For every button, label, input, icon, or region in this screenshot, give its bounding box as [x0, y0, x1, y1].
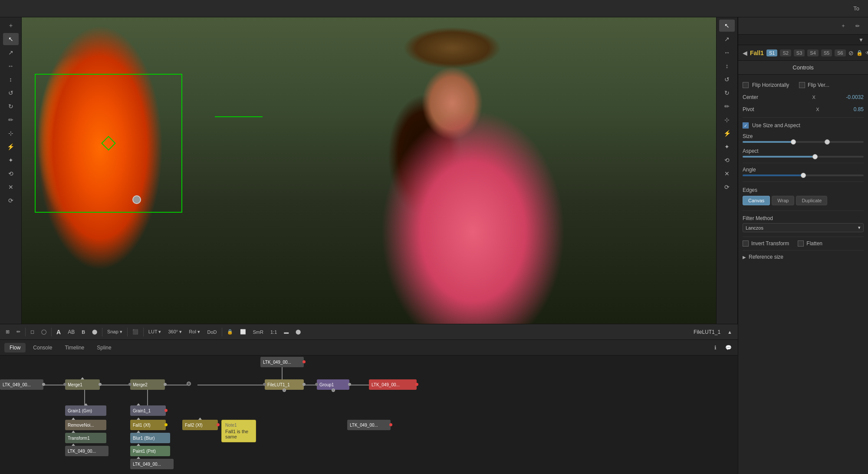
arrow-right-tool[interactable]: ↖	[719, 20, 735, 32]
select-right-tool[interactable]: ⊹	[719, 114, 735, 126]
color-swatch-button[interactable]: ⬤	[90, 328, 99, 336]
smr-button[interactable]: SmR	[251, 329, 266, 336]
text-a-view-button[interactable]: A	[54, 328, 63, 336]
node-grain1-1[interactable]: Grain1_1	[130, 405, 166, 416]
magic-tool-button[interactable]: ✦	[3, 154, 19, 166]
node-canvas[interactable]: LTK_049_00... Merge1 Merge2	[0, 356, 738, 474]
brush-tool-button[interactable]: ✏	[3, 114, 19, 126]
tab-spline[interactable]: Spline	[92, 343, 116, 352]
close-right-tool[interactable]: ✕	[719, 168, 735, 180]
note1[interactable]: Note1 Fall1 is the same	[221, 420, 256, 442]
edge-wrap-button[interactable]: Wrap	[772, 196, 794, 205]
rotate-right-tool[interactable]: ↺	[719, 73, 735, 86]
collapse-viewer-button[interactable]: ▲	[725, 329, 734, 336]
slot-s4[interactable]: S4	[807, 49, 818, 56]
slot-s6[interactable]: S6	[835, 49, 845, 56]
flip-horizontal-check[interactable]	[743, 82, 749, 88]
node-filelut1[interactable]: FileLUT1_1	[265, 379, 304, 390]
bold-view-button[interactable]: B	[79, 329, 87, 336]
aspect-slider-track[interactable]	[743, 156, 864, 158]
info-icon[interactable]: ℹ	[710, 342, 720, 353]
rp-lock-icon[interactable]: 🔒	[856, 50, 863, 56]
roi-button[interactable]: RoI ▾	[187, 328, 202, 336]
brush-view-button[interactable]: ✏	[14, 328, 23, 336]
aspect-slider-thumb[interactable]	[812, 154, 818, 159]
comment-icon[interactable]: 💬	[723, 342, 733, 353]
node-ltk-top-mid[interactable]: LTK_049_00...	[260, 357, 304, 367]
move-right-tool[interactable]: ↕	[719, 60, 735, 72]
node-ltk-in-left[interactable]: LTK_049_00...	[0, 379, 43, 390]
reset-right-tool[interactable]: ⟲	[719, 154, 735, 166]
pan-tool-button[interactable]: ↔	[3, 60, 19, 72]
brush-right-tool[interactable]: ✏	[719, 100, 735, 112]
histogram-button[interactable]: ▬	[282, 329, 291, 336]
node-ltk-right-mid[interactable]: LTK_049_00...	[347, 420, 391, 430]
node-merge2[interactable]: Merge2	[130, 379, 165, 390]
tab-flow[interactable]: Flow	[4, 343, 26, 352]
flatten-item[interactable]: Flatten	[798, 240, 822, 247]
select-tool-button[interactable]: ⊹	[3, 127, 19, 139]
cursor2-tool-button[interactable]: ↗	[3, 46, 19, 59]
frame-icon[interactable]: ⬜	[238, 328, 248, 336]
node-ltk-049-bot[interactable]: LTK_049_00...	[65, 446, 108, 456]
rotate2-tool-button[interactable]: ↻	[3, 100, 19, 112]
wand-tool-button[interactable]: ⚡	[3, 141, 19, 153]
node-paint1[interactable]: Paint1 (Pnt)	[130, 446, 170, 456]
size-slider-thumb2[interactable]	[825, 139, 830, 145]
fit-button[interactable]: ⬤	[293, 328, 303, 336]
flatten-check[interactable]	[798, 240, 804, 247]
rp-back-arrow[interactable]: ◀	[743, 47, 747, 59]
rect-view-button[interactable]: ◻	[28, 328, 36, 336]
wand-right-tool[interactable]: ⚡	[719, 127, 735, 139]
tab-console[interactable]: Console	[28, 343, 57, 352]
slot-s1[interactable]: S1	[766, 49, 777, 56]
flip-vertical-check[interactable]	[799, 82, 805, 88]
reset-tool-button[interactable]: ⟲	[3, 168, 19, 180]
node-merge1[interactable]: Merge1	[65, 379, 100, 390]
slot-s3[interactable]: S3	[794, 49, 805, 56]
node-group1[interactable]: Group1	[317, 379, 349, 390]
add-tool-button[interactable]: ＋	[3, 20, 19, 32]
loop-tool-button[interactable]: ⟳	[3, 194, 19, 207]
use-size-aspect-check[interactable]	[743, 122, 749, 128]
edge-duplicate-button[interactable]: Duplicate	[796, 196, 827, 205]
grid-view-button[interactable]: ⊞	[3, 328, 12, 336]
dod-button[interactable]: DoD	[205, 329, 219, 336]
size-slider-thumb[interactable]	[791, 139, 796, 145]
move-tool-button[interactable]: ↕	[3, 73, 19, 86]
lut-button[interactable]: LUT ▾	[146, 328, 164, 336]
wand2-right-tool[interactable]: ✦	[719, 141, 735, 153]
rotate-tool-button[interactable]: ↺	[3, 87, 19, 99]
node-connector-dot[interactable]	[187, 382, 191, 386]
angle-slider-thumb[interactable]	[801, 173, 806, 178]
center-value[interactable]: -0.0032	[846, 94, 864, 100]
rp-edit-icon[interactable]: ✏	[852, 20, 864, 32]
filter-method-select[interactable]: Lanczos ▾	[743, 223, 864, 232]
node-transform1[interactable]: Transform1	[65, 433, 106, 443]
invert-transform-check[interactable]	[743, 240, 749, 247]
node-fall2-xf[interactable]: Fall2 (Xf)	[182, 420, 218, 430]
invert-transform-item[interactable]: Invert Transform	[743, 240, 789, 247]
rotate2-right-tool[interactable]: ↻	[719, 87, 735, 99]
360-button[interactable]: 360° ▾	[166, 328, 184, 336]
slot-s5[interactable]: S5	[821, 49, 832, 56]
rp-add-icon[interactable]: ＋	[837, 20, 849, 32]
cursor-tool-button[interactable]: ↖	[3, 33, 19, 45]
snap-button[interactable]: Snap ▾	[105, 328, 125, 336]
reference-size-row[interactable]: ▶ Reference size	[738, 252, 868, 262]
node-blur1[interactable]: Blur1 (Blur)	[130, 433, 170, 443]
edge-canvas-button[interactable]: Canvas	[743, 196, 770, 205]
collapse-icon[interactable]: ▼	[858, 37, 864, 43]
size-slider-track[interactable]	[743, 141, 864, 143]
arrow2-right-tool[interactable]: ↗	[719, 33, 735, 45]
tab-timeline[interactable]: Timeline	[59, 343, 89, 352]
text-ab-view-button[interactable]: AB	[66, 328, 77, 336]
ratio-button[interactable]: 1:1	[268, 329, 279, 336]
close-tool-button[interactable]: ✕	[3, 181, 19, 193]
circle-view-button[interactable]: ◯	[39, 328, 49, 336]
pan-right-tool[interactable]: ↔	[719, 46, 735, 59]
loop-right-tool[interactable]: ⟳	[719, 181, 735, 193]
lock-icon[interactable]: 🔒	[225, 328, 235, 336]
pivot-value[interactable]: 0.85	[854, 106, 864, 112]
node-ltk-049-mid[interactable]: LTK_049_00...	[130, 459, 174, 469]
